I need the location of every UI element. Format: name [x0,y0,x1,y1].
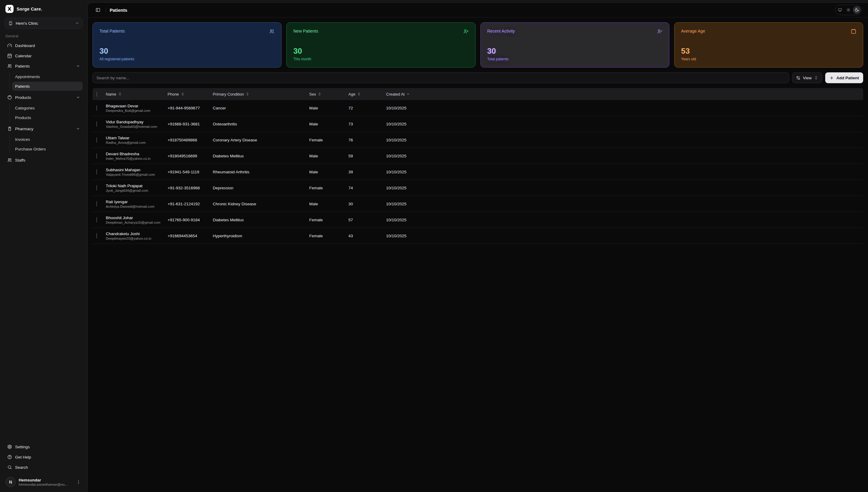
app-logo-icon [5,5,14,13]
table-header: Name Phone Primary Condition Sex Age [93,88,434,100]
patient-sex: Female [309,186,349,190]
row-checkbox[interactable] [97,201,97,206]
patient-created-at: 10/10/2025 [386,218,434,222]
row-checkbox[interactable] [97,105,97,110]
column-header-created-at[interactable]: Created At [386,92,434,96]
row-checkbox[interactable] [97,185,97,191]
table-row[interactable]: Triloki Nath PrajapatJyoti_Jangid34@gmai… [93,180,434,196]
patient-email: Vaijayanti.Trivedi86@gmail.com [106,173,168,176]
card-total-patients: Total Patients 30 All registered patient… [93,22,281,68]
patient-condition: Osteoarthritis [213,122,309,126]
patient-email: Inder_Mehra70@yahoo.co.in [106,157,168,161]
row-checkbox[interactable] [97,233,97,239]
patient-name: Triloki Nath Prajapat [106,183,168,188]
search-input[interactable] [93,72,434,83]
card-value: 30 [293,47,434,55]
patient-phone: +91668-931-3681 [168,122,213,126]
column-header-phone[interactable]: Phone [168,92,213,96]
table-row[interactable]: Devani BhadreshaInder_Mehra70@yahoo.co.i… [93,148,434,164]
column-header-condition[interactable]: Primary Condition [213,92,309,96]
topbar: Patients [88,3,434,18]
sidebar-item-staffs[interactable]: Staffs [5,155,83,165]
clinic-name: Hem's Clinic [16,21,38,26]
patient-name: Bhooshit Johar [106,216,168,220]
row-checkbox[interactable] [97,169,97,175]
card-new-patients: New Patients 30 This month [286,22,434,68]
sort-icon [181,92,184,96]
sidebar-subitem-patients[interactable]: Patients [12,82,83,91]
sidebar-subitem-products[interactable]: Products [12,113,83,122]
main-panel: Patients Total Patients [87,2,434,246]
sidebar-subitem-categories[interactable]: Categories [12,103,83,113]
patient-age: 72 [349,106,386,110]
row-checkbox[interactable] [97,217,97,222]
gauge-icon [7,43,12,48]
sidebar-toggle-button[interactable] [94,6,102,14]
product-icon [7,95,12,100]
table-row[interactable]: Uttam TalwarRadha_Arora@gmail.com+918750… [93,132,434,148]
app-title: Sorge Care. [17,6,42,11]
patient-phone: +918049516699 [168,154,213,158]
card-title: New Patients [293,29,318,33]
patient-created-at: 10/10/2025 [386,154,434,158]
row-checkbox[interactable] [97,121,97,127]
sidebar-subitem-appointments[interactable]: Appointments [12,72,83,81]
patient-sex: Male [309,202,349,206]
patient-created-at: 10/10/2025 [386,202,434,206]
table-toolbar: View Add Patient [93,72,434,83]
chevron-down-icon [76,95,80,99]
table-row[interactable]: Rati IyengarAchintya.Dwivedi@hotmail.com… [93,196,434,212]
sidebar-subitem-invoices[interactable]: Invoices [12,135,83,144]
sidebar-item-calendar[interactable]: Calendar [5,51,83,60]
card-subtitle: All registered patients [99,57,275,61]
sort-icon [318,92,321,96]
column-header-name[interactable]: Name [106,92,168,96]
row-checkbox[interactable] [97,153,97,158]
patient-name-cell: Devani BhadreshaInder_Mehra70@yahoo.co.i… [106,152,168,161]
table-row[interactable]: Subhasini MahajanVaijayanti.Trivedi86@gm… [93,164,434,180]
table-row[interactable]: Chandraketu JoshiDeeptimayee20@yahoo.co.… [93,228,434,244]
patient-condition: Rheumatoid Arthritis [213,170,309,174]
page-title: Patients [110,7,127,13]
patient-name-cell: Vidur BandopadhyayVaishno_Gowda60@hotmai… [106,120,168,128]
column-header-age[interactable]: Age [349,92,386,96]
patient-sex: Male [309,170,349,174]
sidebar-item-pharmacy[interactable]: Pharmacy [5,124,83,133]
chevron-down-icon [75,21,79,25]
sidebar-nav: DashboardCalendarPatientsAppointmentsPat… [5,41,83,165]
patient-name: Uttam Talwar [106,136,168,140]
sidebar-item-dashboard[interactable]: Dashboard [5,41,83,50]
patient-name-cell: Bhagavaan DevarDeependra_Butt@gmail.com [106,104,168,113]
sidebar-section-label: General [5,34,83,38]
sidebar-subtree-products: CategoriesProducts [9,103,83,122]
column-header-sex[interactable]: Sex [309,92,349,96]
patient-age: 76 [349,138,386,142]
patient-phone: +91941-549-1119 [168,170,213,174]
patient-age: 73 [349,122,386,126]
patient-age: 74 [349,186,386,190]
sidebar-subitem-purchase-orders[interactable]: Purchase Orders [12,144,83,153]
users-icon [7,64,12,69]
select-all-checkbox[interactable] [97,92,97,97]
patient-phone: +91-932-3516968 [168,186,213,190]
patient-email: Jyoti_Jangid34@gmail.com [106,189,168,192]
divider [106,7,106,13]
sidebar-subtree-patients: AppointmentsPatients [9,72,83,91]
table-row[interactable]: Bhagavaan DevarDeependra_Butt@gmail.com+… [93,100,434,116]
clinic-selector[interactable]: Hem's Clinic [5,18,83,29]
patient-email: Achintya.Dwivedi@hotmail.com [106,205,168,208]
table-row[interactable]: Bhooshit JoharDeeptiman_Acharya16@gmail.… [93,212,434,228]
sidebar-item-products[interactable]: Products [5,93,83,102]
sidebar-item-patients[interactable]: Patients [5,61,83,71]
users-icon [7,158,12,163]
chevron-down-icon [406,92,410,96]
sort-icon [118,92,122,96]
patient-sex: Female [309,218,349,222]
users-icon [269,29,275,34]
patient-phone: +91-631-2124192 [168,202,213,206]
patient-name-cell: Triloki Nath PrajapatJyoti_Jangid34@gmai… [106,183,168,192]
patient-condition: Diabetes Mellitus [213,218,309,222]
table-row[interactable]: Vidur BandopadhyayVaishno_Gowda60@hotmai… [93,116,434,132]
row-checkbox[interactable] [97,137,97,143]
patient-age: 57 [349,218,386,222]
